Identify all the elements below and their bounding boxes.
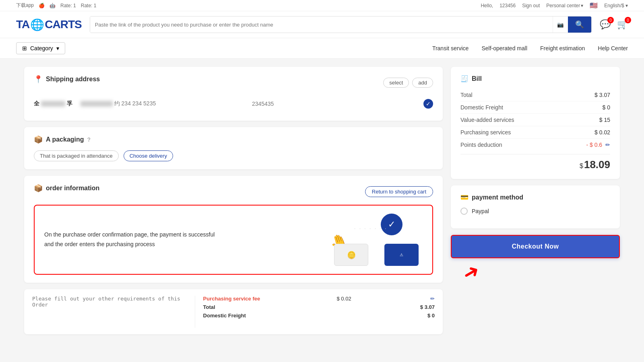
- return-to-cart-button[interactable]: Return to shopping cart: [365, 186, 433, 197]
- logo[interactable]: TA 🌐 CARTS: [16, 18, 82, 31]
- help-icon[interactable]: ?: [87, 136, 91, 143]
- language-selector[interactable]: English/$ ▾: [604, 3, 628, 8]
- right-column: 🧾 Bill Total $ 3.07 Domestic Freight $ 0…: [451, 67, 620, 334]
- paypal-label: Paypal: [472, 208, 489, 214]
- grid-icon: ⊞: [22, 45, 27, 51]
- req-freight-label: Domestic Freight: [203, 313, 246, 319]
- select-address-button[interactable]: select: [383, 78, 409, 88]
- bill-title: 🧾 Bill: [460, 75, 610, 82]
- username-label: 123456: [500, 3, 516, 8]
- coin-icon: 🪙: [347, 251, 356, 259]
- search-input[interactable]: [90, 16, 553, 33]
- category-button[interactable]: ⊞ Category ▾: [16, 42, 65, 54]
- bill-purchasing-label: Purchasing services: [460, 129, 511, 136]
- header-icons: 💬 0 🛒 0: [600, 19, 628, 30]
- search-bar: 📷 🔍: [90, 16, 592, 33]
- req-total-row: Total $ 3.07: [203, 304, 435, 310]
- bill-icon: 🧾: [460, 75, 469, 82]
- rate-label: Rate: 1: [60, 3, 76, 8]
- payment-title: 💳 payment method: [460, 193, 610, 201]
- rate-value: Rate: 1: [81, 3, 97, 8]
- edit-icon[interactable]: ✏: [430, 296, 435, 302]
- android-icon: 🤖: [50, 3, 56, 8]
- order-info-text: On the purchase order confirmation page,…: [44, 230, 221, 249]
- shipping-address-card: 📍 Shipping address select add 全 孚 约 234 …: [24, 67, 443, 121]
- address-selected-check: ✓: [423, 99, 433, 109]
- req-freight-value: $ 0: [427, 313, 435, 319]
- package-icon: 📦: [34, 135, 43, 144]
- bill-row-points: Points deduction - $ 0.6 ✏: [460, 139, 610, 151]
- paypal-radio[interactable]: [460, 208, 468, 215]
- address-row: 全 孚 约 234 234 5235 2345435 ✓: [34, 95, 433, 113]
- bill-value-added-value: $ 15: [599, 117, 610, 123]
- messages-badge: 0: [607, 17, 614, 23]
- left-column: 📍 Shipping address select add 全 孚 约 234 …: [24, 67, 443, 334]
- purchasing-fee-value: $ 0.02: [337, 296, 351, 302]
- sign-out-link[interactable]: Sign out: [522, 3, 540, 8]
- packaging-tag: That is packaged in attendance: [34, 150, 119, 161]
- order-info-header: 📦 order information Return to shopping c…: [34, 184, 433, 199]
- order-illustration: ✓ · · · · · · · 🤚 🪙 ⚠: [326, 214, 423, 266]
- bill-value-added-label: Value-added services: [460, 117, 514, 123]
- download-app-link[interactable]: 下载app: [16, 2, 34, 9]
- bill-freight-value: $ 0: [603, 104, 610, 111]
- order-info-card: 📦 order information Return to shopping c…: [24, 176, 443, 283]
- req-freight-row: Domestic Freight $ 0: [203, 313, 435, 319]
- card-icon: 💳: [460, 193, 469, 201]
- bill-row-total: Total $ 3.07: [460, 89, 610, 101]
- flag-icon: 🇺🇸: [590, 2, 598, 9]
- red-arrow-indicator: ➜: [458, 258, 484, 286]
- checkout-container: Checkout Now: [451, 235, 620, 258]
- bill-row-value-added: Value-added services $ 15: [460, 114, 610, 126]
- shipping-title: 📍 Shipping address: [34, 75, 100, 84]
- top-bar: 下载app 🍎 🤖 Rate: 1 Rate: 1 Hello, 123456 …: [0, 0, 644, 11]
- edit-points-icon[interactable]: ✏: [605, 142, 610, 148]
- order-info-title: 📦 order information: [34, 184, 99, 193]
- payment-card: 💳 payment method Paypal: [451, 185, 620, 228]
- warning-badge: ⚠: [397, 252, 406, 258]
- camera-button[interactable]: 📷: [553, 16, 568, 33]
- box-icon: 📦: [34, 184, 43, 193]
- choose-delivery-button[interactable]: Choose delivery: [124, 150, 173, 161]
- bill-total-label: Total: [460, 92, 473, 98]
- nav-help-center[interactable]: Help Center: [598, 45, 628, 51]
- dollar-sign: $: [580, 162, 583, 170]
- apple-icon: 🍎: [39, 3, 45, 8]
- nav-freight-estimation[interactable]: Freight estimation: [540, 45, 585, 51]
- bill-row-purchasing: Purchasing services $ 0.02: [460, 126, 610, 139]
- order-info-box: On the purchase order confirmation page,…: [34, 205, 433, 275]
- bill-card: 🧾 Bill Total $ 3.07 Domestic Freight $ 0…: [451, 67, 620, 179]
- req-total-value: $ 3.07: [420, 304, 435, 310]
- requirements-card: Purchasing service fee $ 0.02 ✏ Total $ …: [24, 289, 443, 334]
- check-circle-illustration: ✓: [381, 214, 402, 235]
- arrow-container: ➜: [451, 261, 620, 283]
- search-button[interactable]: 🔍: [568, 16, 591, 33]
- nav-transit-service[interactable]: Transit service: [432, 45, 469, 51]
- bill-row-freight: Domestic Freight $ 0: [460, 101, 610, 114]
- personal-center-link[interactable]: Personal center ▾: [546, 3, 583, 8]
- card2-illustration: ⚠: [384, 244, 419, 266]
- messages-button[interactable]: 💬 0: [600, 19, 611, 30]
- points-label: Points deduction: [460, 142, 502, 148]
- dots-illustration: · · · · · · ·: [354, 226, 387, 231]
- grand-total-amount: 18.09: [584, 158, 610, 171]
- card1-illustration: 🪙: [334, 244, 368, 266]
- bill-total-value: $ 3.07: [594, 92, 610, 98]
- points-value: - $ 0.6: [586, 142, 602, 148]
- hello-label: Hello,: [481, 3, 493, 8]
- bill-purchasing-value: $ 0.02: [594, 129, 610, 136]
- bill-grand-total: $ 18.09: [460, 154, 610, 171]
- packaging-card: 📦 A packaging ? That is packaged in atte…: [24, 127, 443, 169]
- checkout-now-button[interactable]: Checkout Now: [451, 235, 620, 258]
- payment-option-paypal[interactable]: Paypal: [460, 208, 610, 215]
- add-address-button[interactable]: add: [412, 78, 433, 88]
- nav-self-operated-mall[interactable]: Self-operated mall: [481, 45, 527, 51]
- req-purchasing-fee-row: Purchasing service fee $ 0.02 ✏: [203, 296, 435, 302]
- requirements-textarea[interactable]: [32, 296, 187, 328]
- nav-bar: ⊞ Category ▾ Transit service Self-operat…: [0, 38, 644, 59]
- header: TA 🌐 CARTS 📷 🔍 💬 0 🛒 0: [0, 11, 644, 38]
- nav-links: Transit service Self-operated mall Freig…: [432, 45, 628, 51]
- cart-button[interactable]: 🛒 0: [617, 19, 628, 30]
- bill-freight-label: Domestic Freight: [460, 104, 503, 111]
- req-total-label: Total: [203, 304, 215, 310]
